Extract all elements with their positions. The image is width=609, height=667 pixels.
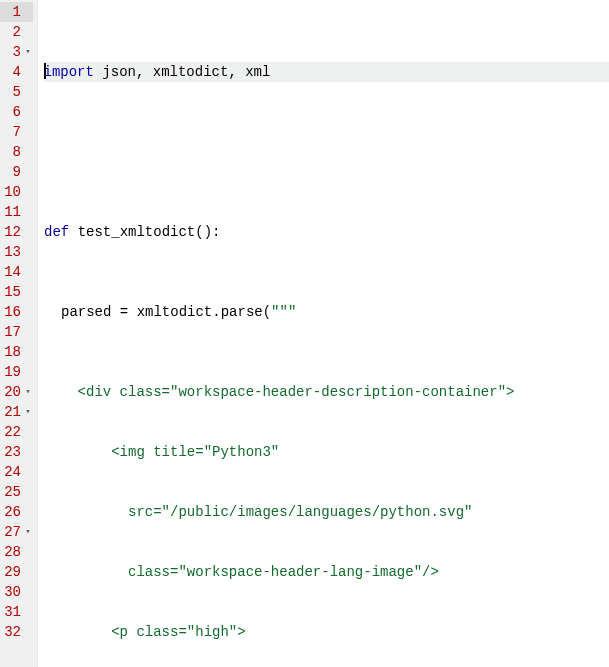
code-line[interactable]: src="/public/images/languages/python.svg…: [44, 502, 609, 522]
gutter-line[interactable]: 11: [0, 202, 33, 222]
fold-icon[interactable]: ▾: [23, 382, 33, 402]
code-line[interactable]: def test_xmltodict():: [44, 222, 609, 242]
gutter-line[interactable]: 23: [0, 442, 33, 462]
gutter-line[interactable]: 13: [0, 242, 33, 262]
fold-icon[interactable]: ▾: [23, 42, 33, 62]
gutter-line[interactable]: 14: [0, 262, 33, 282]
gutter-line[interactable]: 31: [0, 602, 33, 622]
gutter-line[interactable]: 10: [0, 182, 33, 202]
code-line[interactable]: <p class="high">: [44, 622, 609, 642]
gutter-line[interactable]: 5: [0, 82, 33, 102]
gutter-line[interactable]: 12: [0, 222, 33, 242]
gutter-line[interactable]: 17: [0, 322, 33, 342]
code-line[interactable]: parsed = xmltodict.parse(""": [44, 302, 609, 322]
code-line[interactable]: <img title="Python3": [44, 442, 609, 462]
gutter-line[interactable]: 22: [0, 422, 33, 442]
gutter-line[interactable]: 4: [0, 62, 33, 82]
code-line[interactable]: [44, 142, 609, 162]
code-line[interactable]: import json, xmltodict, xml: [44, 62, 609, 82]
gutter-line[interactable]: 16: [0, 302, 33, 322]
gutter-line[interactable]: 7: [0, 122, 33, 142]
gutter-line[interactable]: 6: [0, 102, 33, 122]
gutter-line[interactable]: 26: [0, 502, 33, 522]
gutter-line[interactable]: 21▾: [0, 402, 33, 422]
gutter-line[interactable]: 20▾: [0, 382, 33, 402]
gutter-line[interactable]: 19: [0, 362, 33, 382]
code-line[interactable]: <div class="workspace-header-description…: [44, 382, 609, 402]
gutter-line[interactable]: 24: [0, 462, 33, 482]
fold-icon[interactable]: ▾: [23, 522, 33, 542]
line-number-gutter: 1 2 3▾ 4 5 6 7 8 9 10 11 12 13 14 15 16 …: [0, 0, 38, 667]
gutter-line[interactable]: 25: [0, 482, 33, 502]
gutter-line[interactable]: 15: [0, 282, 33, 302]
gutter-line[interactable]: 30: [0, 582, 33, 602]
gutter-line[interactable]: 29: [0, 562, 33, 582]
gutter-line[interactable]: 8: [0, 142, 33, 162]
gutter-line[interactable]: 2: [0, 22, 33, 42]
gutter-line[interactable]: 28: [0, 542, 33, 562]
gutter-line[interactable]: 3▾: [0, 42, 33, 62]
gutter-line[interactable]: 32: [0, 622, 33, 642]
fold-icon[interactable]: ▾: [23, 402, 33, 422]
gutter-line[interactable]: 1: [0, 2, 33, 22]
code-editor[interactable]: 1 2 3▾ 4 5 6 7 8 9 10 11 12 13 14 15 16 …: [0, 0, 609, 667]
gutter-line[interactable]: 9: [0, 162, 33, 182]
gutter-line[interactable]: 18: [0, 342, 33, 362]
code-line[interactable]: class="workspace-header-lang-image"/>: [44, 562, 609, 582]
gutter-line[interactable]: 27▾: [0, 522, 33, 542]
code-area[interactable]: import json, xmltodict, xml def test_xml…: [38, 0, 609, 667]
